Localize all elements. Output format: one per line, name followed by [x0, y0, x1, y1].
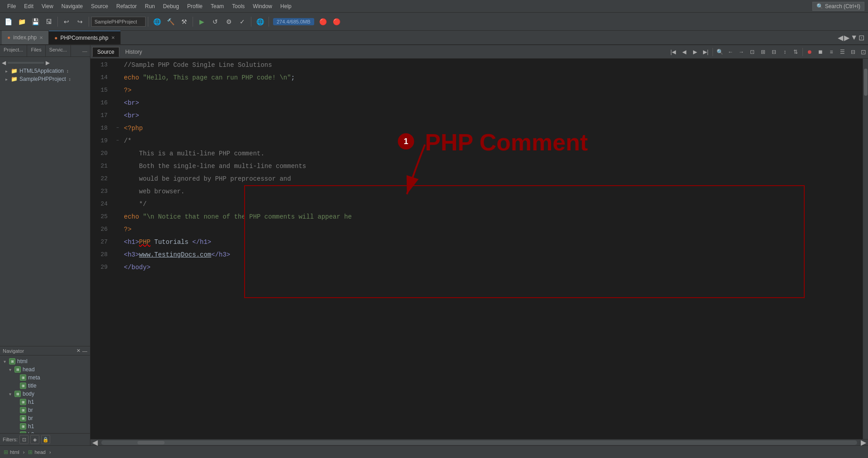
ed-btn-search[interactable]: 🔍 — [715, 47, 725, 57]
menu-help[interactable]: Help — [277, 2, 295, 10]
tree-nav-fwd[interactable]: ▶ — [46, 60, 50, 66]
ed-btn-diff2[interactable]: ⇅ — [791, 47, 801, 57]
nav-item-h1-2[interactable]: ⊞ h1 — [0, 422, 90, 430]
toolbar-gc[interactable]: 🔴 — [317, 15, 330, 28]
source-tab[interactable]: Source — [92, 47, 119, 57]
toolbar-check[interactable]: ✓ — [236, 15, 249, 28]
toolbar-save[interactable]: 💾 — [29, 15, 42, 28]
ed-btn-toggle1[interactable]: ⊡ — [747, 47, 757, 57]
ed-btn-list2[interactable]: ☰ — [837, 47, 847, 57]
ed-btn-stop[interactable]: ⏹ — [816, 47, 826, 57]
menu-file[interactable]: File — [4, 2, 19, 10]
h-scrollbar-thumb[interactable] — [137, 441, 165, 444]
code-area[interactable]: 13 //Sample PHP Code Single Line Solutio… — [90, 59, 868, 439]
ed-btn-diff1[interactable]: ↕ — [780, 47, 790, 57]
tab-nav-list[interactable]: ▼ — [850, 33, 858, 42]
toolbar-undo[interactable]: ↩ — [60, 15, 73, 28]
ed-btn-first[interactable]: |◀ — [668, 47, 678, 57]
filter-btn-1[interactable]: ⊡ — [19, 435, 28, 444]
tab-index-close[interactable]: ✕ — [39, 35, 43, 40]
menu-refactor[interactable]: Refactor — [113, 2, 140, 10]
ed-btn-nav-fwd[interactable]: → — [736, 47, 746, 57]
toolbar-build[interactable]: ⚙ — [222, 15, 235, 28]
navigator-close[interactable]: ✕ — [76, 348, 80, 354]
menu-view[interactable]: View — [38, 2, 57, 10]
menu-source[interactable]: Source — [87, 2, 112, 10]
toolbar-globe2[interactable]: 🌐 — [254, 15, 266, 28]
tab-index-php[interactable]: ● index.php ✕ — [2, 31, 49, 44]
tree-samplephpproject[interactable]: ▸ 📁 SamplePHPProject ↕ — [0, 75, 90, 83]
menu-navigate[interactable]: Navigate — [58, 2, 86, 10]
tab-nav-left[interactable]: ◀ — [838, 33, 843, 42]
toolbar-new[interactable]: 📄 — [2, 15, 14, 28]
tree-html5application[interactable]: ▸ 📁 HTML5Application ↕ — [0, 67, 90, 75]
scroll-right-btn[interactable]: ▶ — [859, 438, 868, 447]
tab-phpcomments-close[interactable]: ✕ — [111, 35, 115, 40]
toolbar-open[interactable]: 📁 — [15, 15, 28, 28]
nav-item-br-2[interactable]: ⊞ br — [0, 414, 90, 422]
tab-nav-restore[interactable]: ⊡ — [859, 33, 864, 42]
tree-expand-sample[interactable]: ▸ — [4, 77, 9, 82]
filter-btn-3[interactable]: 🔒 — [41, 435, 50, 444]
toolbar-save-all[interactable]: 🖫 — [42, 15, 55, 28]
tab-nav-right[interactable]: ▶ — [844, 33, 849, 42]
ed-btn-prev-change[interactable]: ◀ — [679, 47, 689, 57]
line-fold-19[interactable]: − — [113, 135, 122, 147]
toolbar-redo[interactable]: ↪ — [74, 15, 86, 28]
ed-btn-toggle3[interactable]: ⊟ — [769, 47, 779, 57]
navigator-minimize[interactable]: — — [82, 348, 87, 354]
menu-edit[interactable]: Edit — [20, 2, 37, 10]
ed-btn-list3[interactable]: ⊟ — [848, 47, 858, 57]
project-selector[interactable]: SamplePHPProject — [91, 17, 146, 27]
filter-btn-2[interactable]: ◈ — [30, 435, 39, 444]
toolbar-hammer2[interactable]: ⚒ — [178, 15, 190, 28]
menu-profile[interactable]: Profile — [184, 2, 206, 10]
status-html-item[interactable]: ⊞ html — [4, 449, 19, 455]
sidebar-tab-projects[interactable]: Project... — [0, 45, 27, 56]
sidebar-minimize[interactable]: — — [80, 45, 90, 56]
toolbar-hammer[interactable]: 🔨 — [164, 15, 177, 28]
menu-team[interactable]: Team — [207, 2, 227, 10]
nav-item-title[interactable]: ⊞ title — [0, 382, 90, 390]
menu-tools[interactable]: Tools — [228, 2, 248, 10]
ed-btn-maximize[interactable]: ⊡ — [861, 48, 866, 56]
nav-item-head[interactable]: ▾ ⊞ head — [0, 365, 90, 374]
tab-phpcomments-label: PHPComments.php — [61, 35, 108, 41]
nav-item-body[interactable]: ▾ ⊞ body — [0, 390, 90, 398]
nav-item-meta[interactable]: ⊞ meta — [0, 374, 90, 382]
line-fold-18[interactable]: − — [113, 122, 122, 135]
sidebar-tab-files[interactable]: Files — [27, 45, 45, 56]
scroll-left-btn[interactable]: ◀ — [90, 438, 99, 447]
toolbar-globe[interactable]: 🌐 — [151, 15, 163, 28]
status-head-item[interactable]: ⊞ head — [28, 449, 45, 455]
tab-phpcomments-php[interactable]: ● PHPComments.php ✕ — [49, 31, 120, 44]
ed-btn-last[interactable]: ▶| — [701, 47, 711, 57]
tree-expand-html5[interactable]: ▸ — [4, 69, 9, 74]
nav-xml-icon-h1-2: ⊞ — [20, 423, 26, 430]
tree-nav-back[interactable]: ◀ — [2, 60, 6, 66]
ed-btn-list[interactable]: ≡ — [826, 47, 836, 57]
code-line-14: 14 echo "Hello, This page can run PHP co… — [90, 71, 868, 84]
toolbar-play[interactable]: ▶ — [195, 15, 208, 28]
editor-area: Source History |◀ ◀ ▶ ▶| 🔍 ← → ⊡ ⊞ ⊟ ↕ ⇅… — [90, 45, 868, 445]
horizontal-scrollbar[interactable] — [101, 440, 857, 445]
search-box[interactable]: 🔍 Search (Ctrl+I) — [812, 2, 864, 11]
nav-item-html[interactable]: ▾ ⊞ html — [0, 357, 90, 365]
ed-btn-next-change[interactable]: ▶ — [690, 47, 700, 57]
scrollbar-thumb[interactable] — [864, 69, 868, 96]
toolbar-reload[interactable]: ↺ — [209, 15, 222, 28]
search-label: Search (Ctrl+I) — [825, 3, 860, 9]
sidebar-tab-services[interactable]: Servic... — [46, 45, 71, 56]
menu-run[interactable]: Run — [142, 2, 159, 10]
menu-window[interactable]: Window — [249, 2, 276, 10]
ed-btn-toggle2[interactable]: ⊞ — [758, 47, 768, 57]
ed-btn-nav-back[interactable]: ← — [726, 47, 736, 57]
nav-item-h1-1[interactable]: ⊞ h1 — [0, 398, 90, 406]
toolbar-gc2[interactable]: 🔴 — [330, 15, 343, 28]
ed-btn-rec[interactable]: ⏺ — [805, 47, 815, 57]
menu-debug[interactable]: Debug — [160, 2, 183, 10]
nav-item-br-1[interactable]: ⊞ br — [0, 406, 90, 414]
nav-label-head: head — [23, 366, 35, 373]
history-tab[interactable]: History — [120, 47, 147, 57]
right-scrollbar[interactable] — [863, 59, 868, 439]
